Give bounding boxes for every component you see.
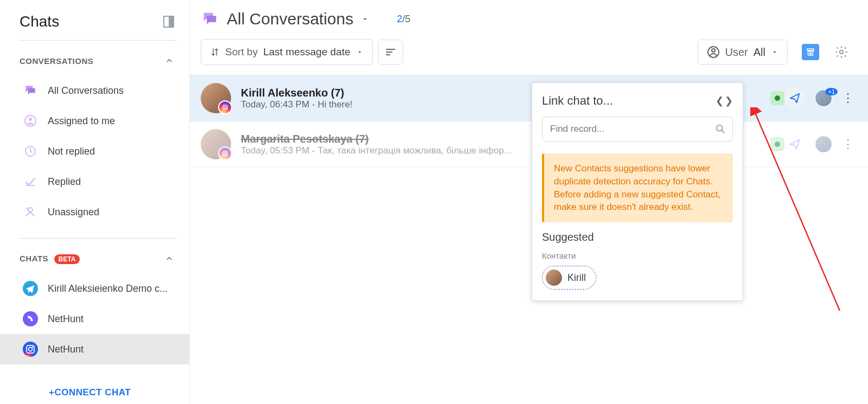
status-online-icon [770,137,784,151]
title-dropdown[interactable] [361,15,369,23]
nav-unassigned[interactable]: Unassigned [0,197,189,227]
nav-all-conversations[interactable]: All Conversations [0,75,189,106]
chat-item-instagram[interactable]: NetHunt [0,334,189,364]
popup-nav[interactable]: ❮ ❯ [716,95,733,107]
sidebar-header: Chats [0,13,189,40]
section-chats-header[interactable]: CHATS BETA [0,249,189,268]
user-filter-value: All [754,46,765,59]
clock-icon [23,144,38,159]
beta-badge: BETA [54,254,80,264]
assignee-avatars[interactable]: +1 [815,89,832,107]
sort-value: Last message date [263,46,350,58]
conversation-count: 2/5 [397,14,410,25]
popup-title: Link chat to... [542,94,613,108]
nav-replied[interactable]: Replied [0,166,189,197]
chat-label: NetHunt [48,313,84,325]
svg-rect-13 [223,105,227,110]
suggested-header: Suggested [542,231,733,243]
status-online-icon [770,91,784,105]
svg-point-16 [224,152,226,155]
assignee-avatar[interactable] [815,136,832,153]
nav-label: Assigned to me [48,116,115,127]
conversation-list: Kirill Alekseenko (7) Today, 06:43 PM - … [190,75,868,168]
avatar [201,129,231,159]
nav-label: Not replied [48,146,95,157]
person-icon [23,113,38,129]
conversations-nav: All Conversations Assigned to me Not rep… [0,70,189,238]
conversation-preview: Today, 05:53 PM - Так, така інтеграція м… [241,145,528,156]
suggested-category: Контакти [542,251,733,260]
conversation-row[interactable]: Kirill Alekseenko (7) Today, 06:43 PM - … [190,75,868,121]
sidebar: Chats CONVERSATIONS All Conversations As… [0,0,190,404]
more-menu-button[interactable]: ⋮ [842,137,854,151]
svg-point-11 [712,49,715,52]
main: All Conversations 2/5 Sort by Last messa… [190,0,868,404]
conversation-row[interactable]: Margarita Pesotskaya (7) Today, 05:53 PM… [190,121,868,168]
nav-label: All Conversations [48,85,124,97]
chat-label: Kirill Aleksieienko Demo c... [48,283,168,294]
more-menu-button[interactable]: ⋮ [842,91,854,105]
user-icon [707,46,720,59]
chat-icon [201,10,219,28]
link-chat-popup: Link chat to... ❮ ❯ New Contacts suggest… [532,82,743,301]
chevron-up-icon [164,254,174,264]
svg-point-17 [717,125,723,131]
chevron-left-icon[interactable]: ❮ [716,95,724,107]
section-conversations-header[interactable]: CONVERSATIONS [0,52,189,70]
svg-point-1 [29,118,32,121]
chevron-down-icon [356,48,363,56]
section-conversations-label: CONVERSATIONS [20,56,93,66]
chat-icon [23,83,38,98]
chip-label: Kirill [567,272,586,284]
nav-assigned-to-me[interactable]: Assigned to me [0,106,189,136]
archive-button[interactable] [802,44,819,60]
assignee-count-badge: +1 [825,88,838,95]
chevron-up-icon [164,56,174,66]
nav-not-replied[interactable]: Not replied [0,136,189,166]
controls-bar: Sort by Last message date User All [190,34,868,75]
sort-prefix: Sort by [225,46,258,58]
unassigned-icon [23,204,38,220]
warning-message: New Contacts suggestions have lower dupl… [542,153,733,222]
svg-point-14 [224,106,226,108]
chat-label: NetHunt [48,344,84,355]
page-title: All Conversations [227,10,353,28]
section-chats-label: CHATS [20,254,48,263]
instagram-icon [23,342,38,357]
instagram-badge-icon [218,146,232,161]
panel-toggle-icon[interactable] [163,16,174,28]
user-filter[interactable]: User All [698,40,788,65]
chat-item-viber[interactable]: NetHunt [0,304,189,334]
density-button[interactable] [378,40,403,65]
nav-label: Replied [48,176,81,188]
main-header: All Conversations 2/5 [190,0,868,34]
link-record-button[interactable] [784,88,805,108]
user-filter-label: User [725,46,748,59]
sort-arrows-icon [210,47,220,57]
connect-chat-button[interactable]: +CONNECT CHAT [0,375,189,398]
divider [20,238,176,239]
sidebar-title: Chats [20,13,59,30]
svg-point-9 [32,347,33,348]
link-record-button[interactable] [784,134,805,155]
nav-label: Unassigned [48,207,99,218]
viber-icon [23,311,38,326]
search-icon [714,123,726,135]
settings-button[interactable] [834,45,848,59]
find-record-input[interactable] [542,117,733,142]
suggested-contact-chip[interactable]: Kirill [542,266,596,290]
instagram-badge-icon [218,100,232,114]
chevron-right-icon[interactable]: ❯ [725,95,733,107]
divider [20,40,176,41]
chats-nav: Kirill Aleksieienko Demo c... NetHunt Ne… [0,268,189,375]
chat-item-telegram[interactable]: Kirill Aleksieienko Demo c... [0,273,189,304]
telegram-icon [23,281,38,296]
sort-button[interactable]: Sort by Last message date [201,39,373,65]
chip-avatar [546,270,562,286]
check-icon [23,174,38,189]
svg-point-12 [840,50,844,54]
avatar [201,83,231,113]
conversation-preview: Today, 06:43 PM - Hi there! [241,99,528,110]
svg-rect-15 [223,151,227,156]
svg-point-6 [23,342,38,357]
